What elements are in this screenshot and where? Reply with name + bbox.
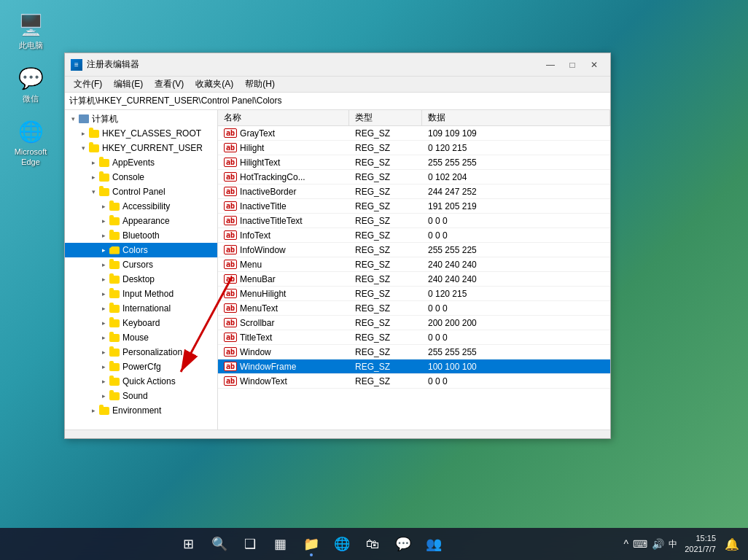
expand-icon[interactable]: ▸ [98, 376, 109, 386]
tray-ime[interactable]: 中 [667, 537, 679, 552]
explorer-button[interactable]: 📁 [297, 530, 325, 558]
table-row[interactable]: abHotTrackingCo...REG_SZ0 102 204 [218, 170, 610, 184]
clock[interactable]: 15:15 2021/7/7 [682, 533, 719, 556]
expand-icon[interactable]: ▸ [98, 303, 109, 314]
table-row[interactable]: abWindowREG_SZ255 255 255 [218, 345, 610, 359]
expand-icon[interactable]: ▾ [78, 143, 88, 153]
table-row[interactable]: abInfoWindowREG_SZ255 255 225 [218, 243, 610, 257]
tree-item-international[interactable]: ▸International [65, 301, 217, 316]
expand-icon[interactable]: ▸ [98, 216, 109, 226]
tree-item-environment[interactable]: ▸Environment [65, 403, 217, 418]
window-controls: — □ ✕ [540, 57, 604, 73]
table-row[interactable]: abMenuTextREG_SZ0 0 0 [218, 301, 610, 316]
minimize-button[interactable]: — [540, 57, 561, 73]
menu-view[interactable]: 查看(V) [149, 77, 190, 92]
table-row[interactable]: abMenuHilightREG_SZ0 120 215 [218, 287, 610, 301]
reg-name-text: InactiveTitle [240, 201, 287, 211]
menu-favorites[interactable]: 收藏夹(A) [190, 77, 239, 92]
reg-name-text: GrayText [240, 128, 275, 139]
tree-item-sound[interactable]: ▸Sound [65, 389, 217, 403]
tree-item-hkcr[interactable]: ▸HKEY_CLASSES_ROOT [65, 126, 217, 141]
expand-icon[interactable]: ▸ [98, 347, 109, 357]
folder-icon [109, 376, 120, 387]
tree-item-keyboard[interactable]: ▸Keyboard [65, 316, 217, 330]
expand-icon[interactable]: ▸ [98, 362, 109, 372]
tree-item-appevents[interactable]: ▸AppEvents [65, 155, 217, 170]
tree-item-appearance[interactable]: ▸Appearance [65, 214, 217, 228]
wechat-taskbar-button[interactable]: 💬 [389, 530, 417, 558]
task-view-button[interactable]: ❑ [236, 530, 264, 558]
tree-item-hkcu[interactable]: ▾HKEY_CURRENT_USER [65, 141, 217, 155]
reg-data-cell: 255 255 255 [422, 347, 610, 357]
table-row[interactable]: abHilightREG_SZ0 120 215 [218, 141, 610, 155]
desktop-icon-this-pc[interactable]: 🖥️ 此电脑 [7, 7, 54, 53]
notification-button[interactable]: 🔔 [722, 534, 742, 554]
table-row[interactable]: abHilightTextREG_SZ255 255 255 [218, 155, 610, 170]
reg-name-cell: abHilight [218, 143, 349, 153]
tree-item-console[interactable]: ▸Console [65, 170, 217, 184]
reg-type-cell: REG_SZ [349, 332, 422, 343]
tree-item-cursors[interactable]: ▸Cursors [65, 257, 217, 272]
address-bar[interactable]: 计算机\HKEY_CURRENT_USER\Control Panel\Colo… [65, 93, 610, 110]
maximize-button[interactable]: □ [562, 57, 583, 73]
menu-edit[interactable]: 编辑(E) [108, 77, 149, 92]
menu-file[interactable]: 文件(F) [68, 77, 108, 92]
tree-item-controlpanel[interactable]: ▾Control Panel [65, 184, 217, 199]
tree-item-colors[interactable]: ▸Colors [65, 243, 217, 257]
menu-help[interactable]: 帮助(H) [239, 77, 281, 92]
tree-item-quickactions[interactable]: ▸Quick Actions [65, 374, 217, 389]
tree-item-accessibility[interactable]: ▸Accessibility [65, 199, 217, 214]
reg-name-text: InactiveBorder [240, 187, 296, 197]
close-button[interactable]: ✕ [584, 57, 604, 73]
table-row[interactable]: abInfoTextREG_SZ0 0 0 [218, 228, 610, 243]
expand-icon[interactable]: ▸ [88, 405, 98, 416]
tree-item-inputmethod[interactable]: ▸Input Method [65, 287, 217, 301]
expand-icon[interactable]: ▸ [98, 201, 109, 211]
table-row[interactable]: abTitleTextREG_SZ0 0 0 [218, 330, 610, 345]
expand-icon[interactable]: ▸ [98, 391, 109, 401]
expand-icon[interactable]: ▾ [68, 114, 78, 124]
tree-item-computer[interactable]: ▾计算机 [65, 112, 217, 126]
tree-item-mouse[interactable]: ▸Mouse [65, 330, 217, 345]
this-pc-icon: 🖥️ [16, 10, 45, 39]
tree-panel[interactable]: ▾计算机▸HKEY_CLASSES_ROOT▾HKEY_CURRENT_USER… [65, 110, 218, 429]
tree-item-desktop[interactable]: ▸Desktop [65, 272, 217, 287]
expand-icon[interactable]: ▾ [88, 187, 98, 197]
expand-icon[interactable]: ▸ [98, 274, 109, 284]
tree-item-powercfg[interactable]: ▸PowerCfg [65, 359, 217, 374]
expand-icon[interactable]: ▸ [88, 158, 98, 168]
start-button[interactable]: ⊞ [175, 530, 203, 558]
search-button[interactable]: 🔍 [206, 530, 233, 558]
tree-item-personalization[interactable]: ▸Personalization [65, 345, 217, 359]
table-row[interactable]: abMenuREG_SZ240 240 240 [218, 257, 610, 272]
tray-volume[interactable]: 🔊 [650, 537, 666, 551]
expand-icon[interactable]: ▸ [98, 289, 109, 299]
table-row[interactable]: abWindowTextREG_SZ0 0 0 [218, 374, 610, 389]
table-row[interactable]: abInactiveTitleTextREG_SZ0 0 0 [218, 214, 610, 228]
table-row[interactable]: abInactiveBorderREG_SZ244 247 252 [218, 184, 610, 199]
tree-item-label: Appearance [122, 216, 170, 226]
table-row[interactable]: abMenuBarREG_SZ240 240 240 [218, 272, 610, 287]
widgets-button[interactable]: ▦ [267, 530, 295, 558]
expand-icon[interactable]: ▸ [98, 332, 109, 343]
teams-button[interactable]: 👥 [420, 530, 448, 558]
tray-expand[interactable]: ^ [623, 537, 631, 551]
tray-keyboard[interactable]: ⌨ [631, 537, 649, 551]
reg-data-cell: 0 120 215 [422, 143, 610, 153]
data-panel[interactable]: 名称 类型 数据 abGrayTextREG_SZ109 109 109abHi… [218, 110, 610, 429]
table-row[interactable]: abScrollbarREG_SZ200 200 200 [218, 316, 610, 330]
tree-item-bluetooth[interactable]: ▸Bluetooth [65, 228, 217, 243]
desktop-icon-edge[interactable]: 🌐 Microsoft Edge [7, 114, 54, 169]
edge-button[interactable]: 🌐 [328, 530, 356, 558]
store-button[interactable]: 🛍 [359, 530, 386, 558]
expand-icon[interactable]: ▸ [98, 230, 109, 241]
table-row[interactable]: abWindowFrameREG_SZ100 100 100 [218, 359, 610, 374]
expand-icon[interactable]: ▸ [88, 172, 98, 182]
expand-icon[interactable]: ▸ [78, 128, 88, 139]
table-row[interactable]: abGrayTextREG_SZ109 109 109 [218, 126, 610, 141]
expand-icon[interactable]: ▸ [98, 318, 109, 328]
desktop-icon-wechat[interactable]: 💬 微信 [7, 61, 54, 106]
expand-icon[interactable]: ▸ [98, 245, 109, 255]
expand-icon[interactable]: ▸ [98, 260, 109, 270]
table-row[interactable]: abInactiveTitleREG_SZ191 205 219 [218, 199, 610, 214]
